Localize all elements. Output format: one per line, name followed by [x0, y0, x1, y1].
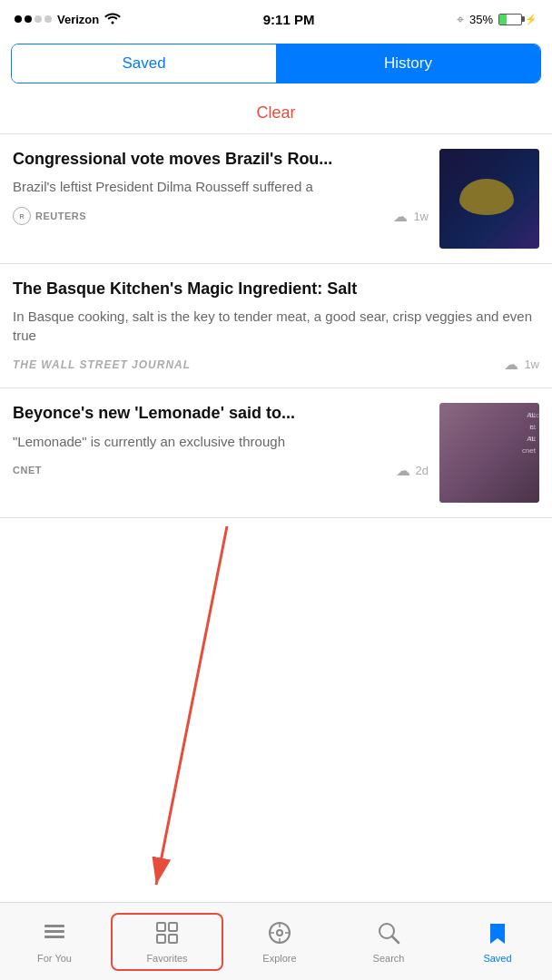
svg-rect-5 [157, 923, 165, 931]
source-logo: cnet [13, 465, 42, 475]
saved-icon [485, 920, 510, 949]
tab-for-you[interactable]: For You [0, 913, 109, 971]
clear-row: Clear [0, 91, 552, 134]
tab-favorites[interactable]: Favorites [111, 913, 223, 971]
meta-right: ☁ 1w [504, 356, 539, 373]
article-text: Congressional vote moves Brazil's Rou...… [13, 149, 429, 225]
main-content: Clear Congressional vote moves Brazil's … [0, 91, 552, 596]
article-title: Congressional vote moves Brazil's Rou... [13, 149, 429, 170]
article-meta: cnet ☁ 2d [13, 462, 429, 479]
article-item[interactable]: Beyonce's new 'Lemonade' said to... "Lem… [0, 388, 552, 518]
signal-dot-4 [44, 15, 52, 23]
search-icon [376, 920, 401, 949]
article-item[interactable]: Congressional vote moves Brazil's Rou...… [0, 134, 552, 264]
article-text: Beyonce's new 'Lemonade' said to... "Lem… [13, 403, 429, 478]
history-tab[interactable]: History [276, 44, 540, 83]
favorites-label: Favorites [146, 953, 187, 964]
app-container: Verizon 9:11 PM ⌖ 35% ⚡ [0, 0, 552, 596]
tab-search[interactable]: Search [334, 913, 443, 971]
svg-line-16 [392, 936, 399, 943]
article-excerpt: "Lemonade" is currently an exclusive thr… [13, 432, 429, 451]
saved-label: Saved [483, 953, 511, 964]
time-ago: 1w [413, 210, 429, 223]
tab-explore[interactable]: Explore [225, 913, 334, 971]
time-display: 9:11 PM [263, 12, 315, 27]
article-thumbnail: ALc.ALcnet htchtht [439, 403, 539, 503]
for-you-label: For You [37, 953, 72, 964]
charging-icon: ⚡ [525, 14, 537, 25]
article-title: Beyonce's new 'Lemonade' said to... [13, 403, 429, 424]
status-bar: Verizon 9:11 PM ⌖ 35% ⚡ [0, 0, 552, 36]
signal-dot-1 [15, 15, 22, 23]
for-you-icon [42, 920, 67, 949]
source-name: cnet [13, 465, 42, 475]
cloud-icon: ☁ [504, 356, 518, 373]
svg-rect-6 [169, 923, 177, 931]
article-excerpt: Brazil's leftist President Dilma Roussef… [13, 177, 429, 196]
saved-tab[interactable]: Saved [12, 44, 276, 83]
signal-dot-3 [34, 15, 42, 23]
article-item[interactable]: The Basque Kitchen's Magic Ingredient: S… [0, 264, 552, 388]
article-meta: R REUTERS ☁ 1w [13, 207, 429, 225]
tab-bar: For You Favorites [0, 902, 552, 980]
article-meta: THE WALL STREET JOURNAL ☁ 1w [13, 356, 539, 373]
segmented-control[interactable]: Saved History [11, 44, 541, 83]
svg-rect-2 [44, 925, 64, 927]
tab-saved[interactable]: Saved [443, 913, 552, 971]
source-name: THE WALL STREET JOURNAL [13, 358, 191, 371]
cloud-icon: ☁ [393, 208, 408, 225]
wifi-icon [104, 12, 121, 27]
article-thumbnail [439, 149, 539, 249]
source-name: REUTERS [35, 211, 86, 221]
carrier-label: Verizon [57, 13, 99, 26]
svg-rect-8 [169, 935, 177, 943]
bluetooth-icon: ⌖ [457, 12, 464, 27]
source-logo: R REUTERS [13, 207, 86, 225]
time-ago: 2d [416, 464, 429, 477]
status-right: ⌖ 35% ⚡ [457, 12, 537, 27]
favorites-icon [154, 920, 180, 949]
search-label: Search [373, 953, 405, 964]
cloud-icon: ☁ [396, 462, 410, 479]
svg-rect-4 [44, 936, 64, 938]
meta-right: ☁ 2d [396, 462, 429, 479]
signal-dots [15, 15, 52, 23]
explore-icon [267, 920, 292, 949]
article-excerpt: In Basque cooking, salt is the key to te… [13, 307, 539, 345]
clear-button[interactable]: Clear [256, 103, 295, 122]
time-ago: 1w [524, 358, 539, 371]
battery-percent: 35% [469, 13, 493, 26]
source-icon: R [13, 207, 31, 225]
article-text: The Basque Kitchen's Magic Ingredient: S… [13, 279, 539, 373]
status-left: Verizon [15, 12, 121, 27]
signal-dot-2 [25, 15, 32, 23]
svg-rect-7 [157, 935, 165, 943]
battery-indicator: ⚡ [498, 14, 537, 25]
article-title: The Basque Kitchen's Magic Ingredient: S… [13, 279, 539, 299]
source-logo: THE WALL STREET JOURNAL [13, 358, 191, 371]
meta-right: ☁ 1w [393, 208, 429, 225]
explore-label: Explore [262, 953, 296, 964]
svg-rect-3 [44, 930, 64, 933]
svg-point-10 [277, 930, 282, 936]
